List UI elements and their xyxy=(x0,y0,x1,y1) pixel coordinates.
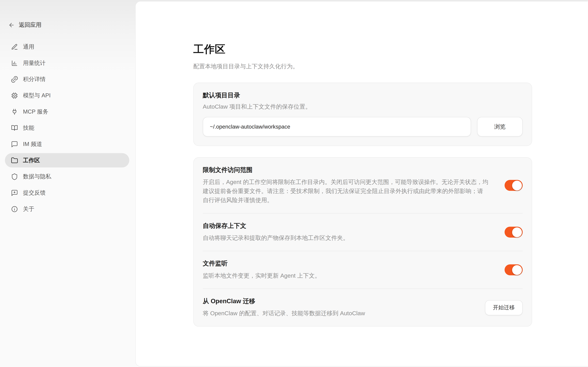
toggle-knob xyxy=(512,227,522,237)
plug-icon xyxy=(11,108,18,115)
auto-save-context-toggle[interactable] xyxy=(505,227,523,238)
default-directory-title: 默认项目目录 xyxy=(203,91,523,100)
sidebar-item-label: MCP 服务 xyxy=(23,108,48,115)
sidebar-item-credits[interactable]: 积分详情 xyxy=(5,72,129,86)
sidebar-item-label: 模型与 API xyxy=(23,92,51,99)
sidebar-item-feedback[interactable]: 提交反馈 xyxy=(5,185,129,200)
sidebar-item-label: 用量统计 xyxy=(23,59,46,67)
sidebar-item-data-privacy[interactable]: 数据与隐私 xyxy=(5,169,129,184)
shield-icon xyxy=(11,173,18,180)
sidebar-item-workspace[interactable]: 工作区 xyxy=(5,153,129,167)
setting-description: 将 OpenClaw 的配置、对话记录、技能等数据迁移到 AutoClaw xyxy=(203,309,469,318)
arrow-left-icon xyxy=(8,22,15,28)
sidebar-item-label: 通用 xyxy=(23,43,34,50)
workspace-settings-card: 限制文件访问范围 开启后，Agent 的工作空间将限制在工作目录内。关闭后可访问… xyxy=(193,157,532,327)
sidebar-item-label: 积分详情 xyxy=(23,76,46,83)
book-open-icon xyxy=(11,124,18,132)
restrict-file-access-toggle[interactable] xyxy=(505,180,523,191)
setting-title: 从 OpenClaw 迁移 xyxy=(203,297,469,306)
default-directory-card: 默认项目目录 AutoClaw 项目和上下文文件的保存位置。 浏览 xyxy=(193,83,532,146)
pencil-icon xyxy=(11,43,18,50)
sidebar-item-label: 提交反馈 xyxy=(23,189,46,196)
sidebar-item-label: 关于 xyxy=(23,205,34,213)
project-directory-input[interactable] xyxy=(203,117,471,137)
settings-window: 返回应用 通用 用量统计 积分详情 模型与 API MCP 服务 xyxy=(0,0,588,367)
start-migration-button[interactable]: 开始迁移 xyxy=(485,300,523,315)
setting-description: 监听本地文件变更，实时更新 Agent 上下文。 xyxy=(203,271,489,280)
sidebar-item-label: 工作区 xyxy=(23,157,40,164)
main-panel: 工作区 配置本地项目目录与上下文持久化行为。 默认项目目录 AutoClaw 项… xyxy=(135,1,588,367)
sidebar-item-general[interactable]: 通用 xyxy=(5,40,129,54)
setting-description: 开启后，Agent 的工作空间将限制在工作目录内。关闭后可访问更大范围，可能导致… xyxy=(203,178,489,205)
back-to-app-button[interactable]: 返回应用 xyxy=(8,22,41,29)
sidebar-item-im-channels[interactable]: IM 频道 xyxy=(5,137,129,151)
folder-icon xyxy=(11,157,18,164)
setting-row-migrate-from-openclaw: 从 OpenClaw 迁移 将 OpenClaw 的配置、对话记录、技能等数据迁… xyxy=(194,289,532,326)
directory-input-row: 浏览 xyxy=(203,117,523,137)
sidebar-item-skills[interactable]: 技能 xyxy=(5,121,129,135)
setting-title: 自动保存上下文 xyxy=(203,222,489,230)
toggle-knob xyxy=(512,265,522,275)
chip-icon xyxy=(11,92,18,99)
setting-title: 限制文件访问范围 xyxy=(203,166,489,174)
page-title: 工作区 xyxy=(193,42,532,57)
sidebar-nav: 通用 用量统计 积分详情 模型与 API MCP 服务 技能 xyxy=(5,40,129,218)
workspace-settings-page: 工作区 配置本地项目目录与上下文持久化行为。 默认项目目录 AutoClaw 项… xyxy=(193,1,532,327)
sidebar-item-mcp-services[interactable]: MCP 服务 xyxy=(5,105,129,119)
setting-description: 自动将聊天记录和提取的产物保存到本地工作区文件夹。 xyxy=(203,234,489,242)
sidebar-item-about[interactable]: 关于 xyxy=(5,202,129,216)
message-square-icon xyxy=(11,141,18,148)
default-directory-description: AutoClaw 项目和上下文文件的保存位置。 xyxy=(203,103,523,111)
sidebar-item-usage-stats[interactable]: 用量统计 xyxy=(5,56,129,70)
setting-row-file-watch: 文件监听 监听本地文件变更，实时更新 Agent 上下文。 xyxy=(194,251,532,289)
sidebar: 返回应用 通用 用量统计 积分详情 模型与 API MCP 服务 xyxy=(0,0,135,367)
setting-row-restrict-file-access: 限制文件访问范围 开启后，Agent 的工作空间将限制在工作目录内。关闭后可访问… xyxy=(194,158,532,213)
toggle-knob xyxy=(512,180,522,190)
coins-icon xyxy=(11,76,18,83)
sidebar-item-label: IM 频道 xyxy=(23,141,42,148)
browse-button[interactable]: 浏览 xyxy=(477,117,523,137)
setting-row-auto-save-context: 自动保存上下文 自动将聊天记录和提取的产物保存到本地工作区文件夹。 xyxy=(194,213,532,251)
back-to-app-label: 返回应用 xyxy=(19,22,41,29)
message-square-plus-icon xyxy=(11,189,18,196)
info-icon xyxy=(11,205,18,213)
sidebar-item-label: 数据与隐私 xyxy=(23,173,51,180)
bar-chart-icon xyxy=(11,59,18,67)
setting-title: 文件监听 xyxy=(203,259,489,268)
sidebar-item-models-api[interactable]: 模型与 API xyxy=(5,88,129,102)
sidebar-item-label: 技能 xyxy=(23,124,34,132)
page-subtitle: 配置本地项目目录与上下文持久化行为。 xyxy=(193,63,532,71)
file-watch-toggle[interactable] xyxy=(505,265,523,275)
